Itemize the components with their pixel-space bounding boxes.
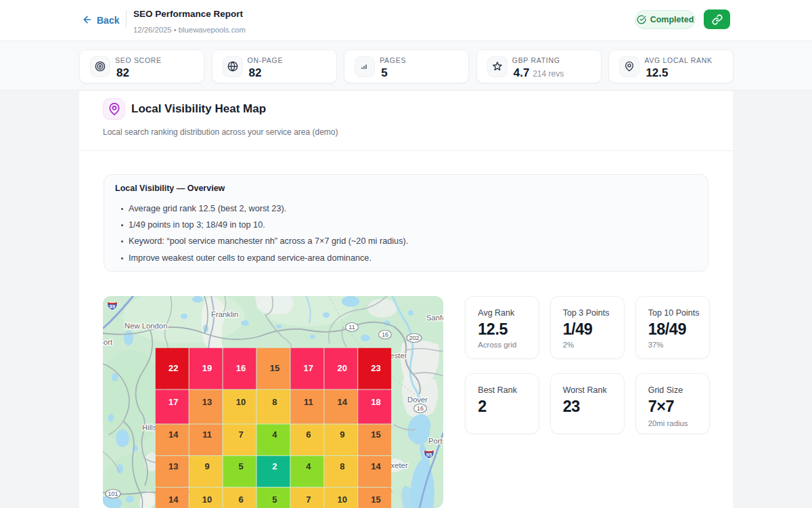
svg-text:14: 14 xyxy=(371,461,381,471)
svg-text:6: 6 xyxy=(306,429,311,440)
svg-text:Franklin: Franklin xyxy=(211,310,238,318)
svg-text:Newport: Newport xyxy=(103,338,113,346)
svg-text:18: 18 xyxy=(371,397,380,407)
svg-text:9: 9 xyxy=(204,461,209,471)
svg-text:4: 4 xyxy=(306,461,311,471)
svg-text:Dover: Dover xyxy=(407,396,428,404)
svg-text:4: 4 xyxy=(272,429,277,440)
svg-text:16: 16 xyxy=(236,363,246,373)
svg-text:15: 15 xyxy=(270,363,279,373)
svg-text:10: 10 xyxy=(202,494,212,505)
svg-text:11: 11 xyxy=(348,324,355,331)
svg-text:20: 20 xyxy=(338,363,347,373)
svg-text:23: 23 xyxy=(371,363,380,373)
svg-text:19: 19 xyxy=(202,363,212,373)
svg-text:13: 13 xyxy=(202,397,212,407)
svg-text:15: 15 xyxy=(371,429,380,440)
svg-text:Sanford: Sanford xyxy=(426,314,443,322)
svg-text:17: 17 xyxy=(168,397,178,407)
svg-text:89: 89 xyxy=(110,303,115,310)
svg-text:11: 11 xyxy=(202,429,212,440)
svg-text:8: 8 xyxy=(340,461,344,471)
svg-text:15: 15 xyxy=(371,494,380,505)
svg-text:5: 5 xyxy=(238,461,243,471)
svg-text:16: 16 xyxy=(382,331,388,338)
svg-text:17: 17 xyxy=(304,363,313,373)
svg-text:202: 202 xyxy=(409,335,419,341)
svg-text:14: 14 xyxy=(168,494,179,505)
svg-text:6: 6 xyxy=(238,494,243,505)
svg-text:14: 14 xyxy=(168,429,179,440)
svg-text:7: 7 xyxy=(238,429,243,440)
svg-text:11: 11 xyxy=(304,397,313,407)
svg-text:5: 5 xyxy=(272,494,277,505)
svg-text:16: 16 xyxy=(417,405,424,412)
svg-text:10: 10 xyxy=(236,397,246,407)
svg-text:2: 2 xyxy=(272,461,277,471)
svg-text:New London: New London xyxy=(125,322,167,330)
svg-text:9: 9 xyxy=(340,429,344,440)
svg-text:10: 10 xyxy=(338,494,347,505)
svg-text:7: 7 xyxy=(306,494,311,505)
svg-text:13: 13 xyxy=(168,461,178,471)
svg-text:Portsmouth: Portsmouth xyxy=(428,437,443,445)
svg-text:14: 14 xyxy=(338,397,348,407)
svg-text:22: 22 xyxy=(168,363,178,373)
svg-text:95: 95 xyxy=(426,452,432,458)
svg-text:101: 101 xyxy=(108,490,118,497)
svg-text:8: 8 xyxy=(272,397,277,407)
